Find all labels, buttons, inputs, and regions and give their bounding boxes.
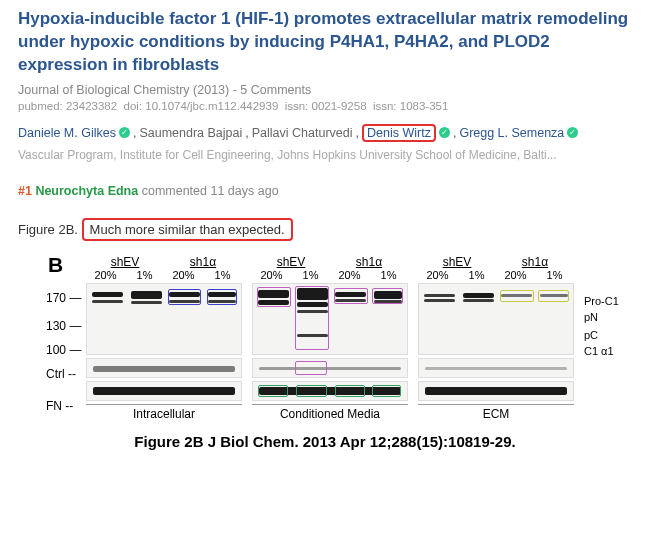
comment-user-link[interactable]: Neurochyta Edna <box>35 184 138 198</box>
mw-labels: 170 — 130 — 100 — Ctrl -- FN -- <box>46 255 76 420</box>
identifiers: pubmed: 23423382 doi: 10.1074/jbc.m112.4… <box>18 100 632 112</box>
journal-link[interactable]: Journal of Biological Chemistry <box>18 83 190 97</box>
journal-year: (2013) <box>193 83 229 97</box>
panel-label: B <box>48 253 63 277</box>
comment-meta: commented 11 days ago <box>142 184 279 198</box>
journal-line: Journal of Biological Chemistry (2013) -… <box>18 83 632 97</box>
verified-icon: ✓ <box>439 127 450 138</box>
panel-intracellular: shEVsh1α 20%1%20%1% Intracellular <box>86 255 242 421</box>
pubmed-label: pubmed: <box>18 100 63 112</box>
panel-ecm: shEVsh1α 20%1%20%1% ECM <box>418 255 574 421</box>
article-title[interactable]: Hypoxia-inducible factor 1 (HIF-1) promo… <box>18 8 632 77</box>
comments-link[interactable]: 5 Comments <box>240 83 311 97</box>
comment-header: #1 Neurochyta Edna commented 11 days ago <box>18 184 632 198</box>
sep: , <box>453 126 456 140</box>
author-list: Daniele M. Gilkes✓, Saumendra Bajpai, Pa… <box>18 124 632 142</box>
figure-image: B 170 — 130 — 100 — Ctrl -- FN -- shEVsh… <box>18 249 632 450</box>
doi[interactable]: 10.1074/jbc.m112.442939 <box>145 100 278 112</box>
issn1-label: issn: <box>285 100 309 112</box>
panel-conditioned: shEVsh1α 20%1%20%1% <box>252 255 408 421</box>
highlighted-note: Much more similar than expected. <box>82 218 293 241</box>
issn1[interactable]: 0021-9258 <box>312 100 367 112</box>
sep: , <box>245 126 248 140</box>
affiliation: Vascular Program, Institute for Cell Eng… <box>18 148 632 162</box>
sep: , <box>133 126 136 140</box>
comment-body: Figure 2B. Much more similar than expect… <box>18 218 632 241</box>
sep: , <box>356 126 359 140</box>
verified-icon: ✓ <box>567 127 578 138</box>
doi-label: doi: <box>124 100 143 112</box>
issn2[interactable]: 1083-351 <box>400 100 449 112</box>
verified-icon: ✓ <box>119 127 130 138</box>
author: Saumendra Bajpai <box>139 126 242 140</box>
highlighted-author-box: Denis Wirtz <box>362 124 436 142</box>
author-link[interactable]: Daniele M. Gilkes <box>18 126 116 140</box>
figure-caption: Figure 2B J Biol Chem. 2013 Apr 12;288(1… <box>18 433 632 450</box>
band-labels: Pro-C1 pN pC C1 α1 <box>584 255 628 361</box>
issn2-label: issn: <box>373 100 397 112</box>
figure-ref: Figure 2B. <box>18 222 78 237</box>
author-link[interactable]: Denis Wirtz <box>367 126 431 140</box>
author: Pallavi Chaturvedi <box>252 126 353 140</box>
comment-number: #1 <box>18 184 32 198</box>
author-link[interactable]: Gregg L. Semenza <box>459 126 564 140</box>
pubmed-id[interactable]: 23423382 <box>66 100 117 112</box>
